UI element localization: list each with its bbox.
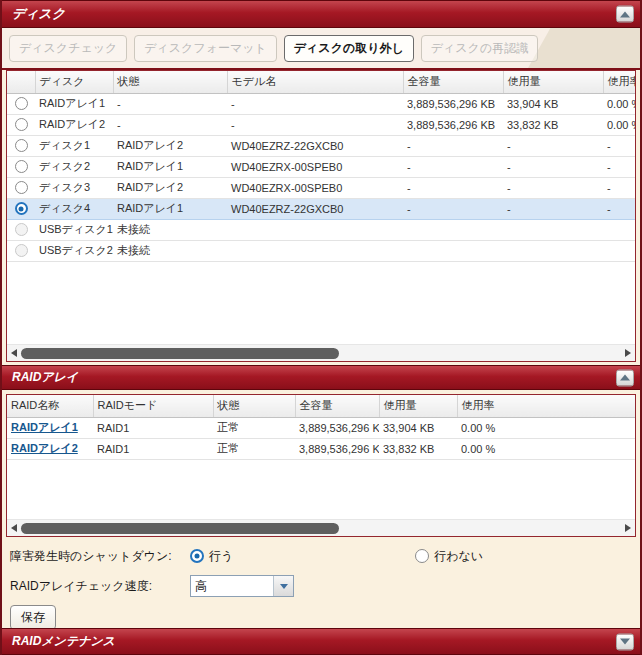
disk-radio[interactable]: [15, 97, 28, 110]
cell-used: -: [503, 177, 603, 198]
scroll-left-icon[interactable]: [11, 349, 17, 357]
cell-capacity: 3,889,536,296 KB: [295, 417, 379, 438]
check-speed-setting-row: RAIDアレイチェック速度: 高: [10, 575, 632, 597]
col-disk: ディスク: [35, 71, 113, 93]
shutdown-setting-row: 障害発生時のシャットダウン: 行う 行わない: [10, 545, 632, 567]
table-row: RAIDアレイ2 RAID1 正常 3,889,536,296 KB 33,83…: [7, 438, 635, 459]
cell-status: -: [113, 114, 227, 135]
cell-model: -: [227, 114, 403, 135]
cell-name: RAIDアレイ2: [35, 114, 113, 135]
disk-radio-selected[interactable]: [15, 202, 28, 215]
shutdown-on-radio[interactable]: [190, 549, 204, 563]
dropdown-arrow-button[interactable]: [273, 576, 293, 596]
col-rate: 使用率: [603, 71, 635, 93]
disk-table-hscrollbar[interactable]: [7, 344, 635, 361]
maintenance-section-title: RAIDメンテナンス: [12, 633, 115, 650]
cell-status: -: [113, 93, 227, 114]
maintenance-expand-button[interactable]: [616, 633, 634, 650]
raid-table: RAID名称 RAIDモード 状態 全容量 使用量 使用率 RAIDアレイ1 R…: [7, 395, 635, 460]
check-speed-select[interactable]: 高: [190, 575, 294, 597]
table-row[interactable]: RAIDアレイ1 - - 3,889,536,296 KB 33,904 KB …: [7, 93, 635, 114]
disk-radio[interactable]: [15, 139, 28, 152]
shutdown-off-option[interactable]: 行わない: [415, 548, 483, 565]
raid-collapse-button[interactable]: [616, 369, 634, 386]
cell-capacity: -: [403, 177, 503, 198]
cell-rate: [603, 240, 635, 261]
cell-rate: 0.00 %: [457, 417, 635, 438]
raid-table-header-row: RAID名称 RAIDモード 状態 全容量 使用量 使用率: [7, 395, 635, 417]
cell-status: 正常: [213, 438, 295, 459]
cell-used: -: [503, 198, 603, 219]
cell-status: 未接続: [113, 240, 227, 261]
disk-toolbar: ディスクチェック ディスクフォーマット ディスクの取り外し ディスクの再認識: [2, 28, 640, 70]
raid-array1-link[interactable]: RAIDアレイ1: [11, 421, 78, 433]
raid-array2-link[interactable]: RAIDアレイ2: [11, 442, 78, 454]
cell-used: 33,832 KB: [503, 114, 603, 135]
table-row[interactable]: RAIDアレイ2 - - 3,889,536,296 KB 33,832 KB …: [7, 114, 635, 135]
cell-model: -: [227, 93, 403, 114]
cell-capacity: [403, 219, 503, 240]
table-row-selected[interactable]: ディスク4 RAIDアレイ1 WD40EZRZ-22GXCB0 - - -: [7, 198, 635, 219]
cell-status: RAIDアレイ1: [113, 198, 227, 219]
disk-table-container: ディスク 状態 モデル名 全容量 使用量 使用率 RAIDアレイ1 - - 3,…: [6, 70, 636, 362]
collapse-up-icon: [620, 375, 630, 381]
table-row: USBディスク2 未接続: [7, 240, 635, 261]
cell-model: WD40EZRX-00SPEB0: [227, 156, 403, 177]
disk-radio[interactable]: [15, 118, 28, 131]
raid-table-viewport: RAID名称 RAIDモード 状態 全容量 使用量 使用率 RAIDアレイ1 R…: [7, 395, 635, 519]
disk-radio[interactable]: [15, 160, 28, 173]
cell-name: USBディスク1: [35, 219, 113, 240]
cell-rate: -: [603, 177, 635, 198]
disk-remove-button[interactable]: ディスクの取り外し: [284, 35, 414, 62]
shutdown-on-option[interactable]: 行う: [190, 548, 233, 565]
table-row: USBディスク1 未接続: [7, 219, 635, 240]
table-row[interactable]: ディスク3 RAIDアレイ2 WD40EZRX-00SPEB0 - - -: [7, 177, 635, 198]
cell-used: 33,904 KB: [503, 93, 603, 114]
scrollbar-thumb[interactable]: [21, 523, 339, 534]
cell-name: ディスク4: [35, 198, 113, 219]
scroll-left-icon[interactable]: [11, 524, 17, 532]
scroll-right-icon[interactable]: [625, 349, 631, 357]
cell-capacity: [403, 240, 503, 261]
scrollbar-thumb[interactable]: [21, 348, 339, 359]
scroll-right-icon[interactable]: [625, 524, 631, 532]
col-raid-rate: 使用率: [457, 395, 635, 417]
cell-used: [503, 240, 603, 261]
cell-model: WD40EZRZ-22GXCB0: [227, 135, 403, 156]
disk-format-button[interactable]: ディスクフォーマット: [134, 35, 277, 62]
cell-status: RAIDアレイ2: [113, 177, 227, 198]
cell-used: -: [503, 135, 603, 156]
shutdown-off-label: 行わない: [434, 548, 483, 565]
raid-table-hscrollbar[interactable]: [7, 519, 635, 536]
table-row[interactable]: ディスク1 RAIDアレイ2 WD40EZRZ-22GXCB0 - - -: [7, 135, 635, 156]
disk-table: ディスク 状態 モデル名 全容量 使用量 使用率 RAIDアレイ1 - - 3,…: [7, 71, 635, 262]
cell-status: RAIDアレイ1: [113, 156, 227, 177]
col-raid-capacity: 全容量: [295, 395, 379, 417]
col-status: 状態: [113, 71, 227, 93]
shutdown-off-radio[interactable]: [415, 549, 429, 563]
cell-capacity: -: [403, 135, 503, 156]
disk-collapse-button[interactable]: [616, 6, 634, 23]
disk-radio[interactable]: [15, 181, 28, 194]
shutdown-label: 障害発生時のシャットダウン:: [10, 548, 190, 565]
cell-rate: [603, 219, 635, 240]
col-raid-used: 使用量: [379, 395, 457, 417]
chevron-down-icon: [280, 584, 288, 589]
raid-section-title: RAIDアレイ: [12, 369, 78, 386]
cell-rate: -: [603, 156, 635, 177]
col-radio: [7, 71, 35, 93]
check-speed-label: RAIDアレイチェック速度:: [10, 578, 190, 595]
disk-radio-disabled: [15, 244, 28, 257]
cell-rate: 0.00 %: [603, 93, 635, 114]
col-raid-name: RAID名称: [7, 395, 93, 417]
cell-name: ディスク1: [35, 135, 113, 156]
disk-check-button[interactable]: ディスクチェック: [9, 35, 127, 62]
cell-name: ディスク2: [35, 156, 113, 177]
save-button[interactable]: 保存: [10, 605, 56, 630]
table-row[interactable]: ディスク2 RAIDアレイ1 WD40EZRX-00SPEB0 - - -: [7, 156, 635, 177]
cell-capacity: 3,889,536,296 KB: [403, 114, 503, 135]
col-capacity: 全容量: [403, 71, 503, 93]
disk-rescan-button[interactable]: ディスクの再認識: [421, 35, 538, 62]
collapse-down-icon: [620, 639, 630, 645]
cell-used: 33,904 KB: [379, 417, 457, 438]
